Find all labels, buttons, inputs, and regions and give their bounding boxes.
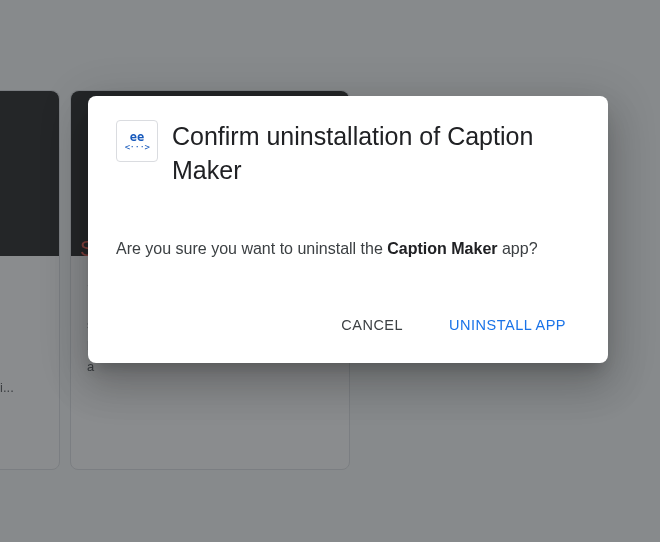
dialog-body-appname: Caption Maker [387, 240, 497, 257]
dialog-body-post: app? [498, 240, 538, 257]
dialog-title-prefix: Confirm uninstallation of [172, 122, 440, 150]
cancel-button[interactable]: CANCEL [327, 309, 417, 341]
uninstall-app-button[interactable]: UNINSTALL APP [435, 309, 580, 341]
dialog-header: ee <···> Confirm uninstallation of Capti… [116, 120, 580, 188]
confirm-uninstall-dialog: ee <···> Confirm uninstallation of Capti… [88, 96, 608, 363]
app-icon-text-top: ee [130, 131, 144, 143]
app-icon: ee <···> [116, 120, 158, 162]
dialog-actions: CANCEL UNINSTALL APP [116, 309, 580, 341]
dialog-title: Confirm uninstallation of Caption Maker [172, 120, 580, 188]
dialog-body-pre: Are you sure you want to uninstall the [116, 240, 387, 257]
app-icon-text-bottom: <···> [125, 143, 150, 152]
dialog-body: Are you sure you want to uninstall the C… [116, 236, 580, 262]
